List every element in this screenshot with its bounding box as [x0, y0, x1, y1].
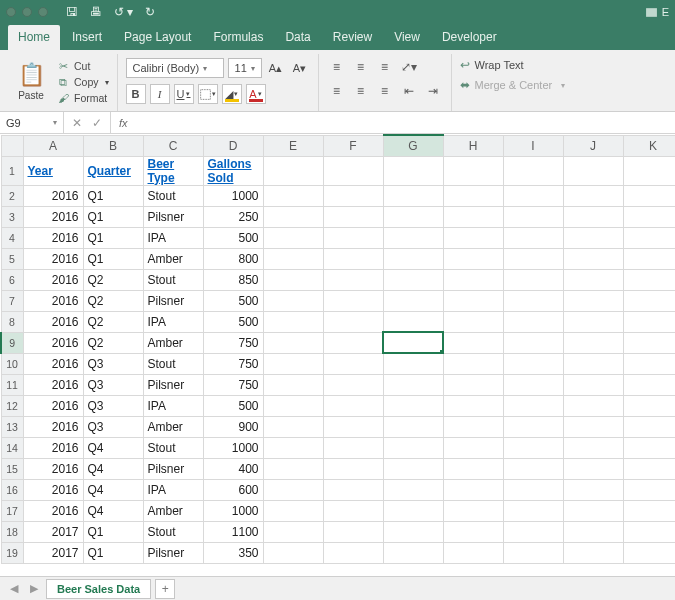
cell-E14[interactable]	[263, 437, 323, 458]
cell-H9[interactable]	[443, 332, 503, 353]
cell-B8[interactable]: Q2	[83, 311, 143, 332]
cell-J10[interactable]	[563, 353, 623, 374]
cell-K1[interactable]	[623, 156, 675, 185]
font-name-dropdown[interactable]: Calibri (Body)▾	[126, 58, 224, 78]
bold-button[interactable]: B	[126, 84, 146, 104]
cell-E13[interactable]	[263, 416, 323, 437]
cut-button[interactable]: ✂Cut	[56, 60, 109, 73]
decrease-font-button[interactable]: A▾	[290, 58, 310, 78]
cell-A5[interactable]: 2016	[23, 248, 83, 269]
cell-E15[interactable]	[263, 458, 323, 479]
cell-G17[interactable]	[383, 500, 443, 521]
enter-formula-icon[interactable]: ✓	[92, 116, 102, 130]
cell-A13[interactable]: 2016	[23, 416, 83, 437]
cell-I7[interactable]	[503, 290, 563, 311]
cell-G12[interactable]	[383, 395, 443, 416]
cell-K6[interactable]	[623, 269, 675, 290]
col-header-E[interactable]: E	[263, 135, 323, 156]
decrease-indent-button[interactable]: ⇤	[399, 82, 419, 100]
cell-K18[interactable]	[623, 521, 675, 542]
row-header-6[interactable]: 6	[1, 269, 23, 290]
cell-K12[interactable]	[623, 395, 675, 416]
col-header-D[interactable]: D	[203, 135, 263, 156]
cell-K8[interactable]	[623, 311, 675, 332]
cell-K11[interactable]	[623, 374, 675, 395]
cell-H19[interactable]	[443, 542, 503, 563]
cell-C16[interactable]: IPA	[143, 479, 203, 500]
cell-C7[interactable]: Pilsner	[143, 290, 203, 311]
cell-D17[interactable]: 1000	[203, 500, 263, 521]
cell-H2[interactable]	[443, 185, 503, 206]
cell-C12[interactable]: IPA	[143, 395, 203, 416]
cell-D11[interactable]: 750	[203, 374, 263, 395]
cell-K7[interactable]	[623, 290, 675, 311]
cell-G6[interactable]	[383, 269, 443, 290]
wrap-text-button[interactable]: ↩Wrap Text	[460, 58, 566, 72]
merge-center-button[interactable]: ⬌Merge & Center▾	[460, 78, 566, 92]
cell-G5[interactable]	[383, 248, 443, 269]
cell-C9[interactable]: Amber	[143, 332, 203, 353]
cell-C11[interactable]: Pilsner	[143, 374, 203, 395]
cell-I13[interactable]	[503, 416, 563, 437]
cell-I15[interactable]	[503, 458, 563, 479]
cell-H12[interactable]	[443, 395, 503, 416]
cell-D18[interactable]: 1100	[203, 521, 263, 542]
cell-B3[interactable]: Q1	[83, 206, 143, 227]
font-color-button[interactable]: A▾	[246, 84, 266, 104]
cell-C5[interactable]: Amber	[143, 248, 203, 269]
cell-E3[interactable]	[263, 206, 323, 227]
spreadsheet-grid[interactable]: ABCDEFGHIJK1YearQuarterBeer TypeGallons …	[0, 134, 675, 576]
cell-G2[interactable]	[383, 185, 443, 206]
row-header-13[interactable]: 13	[1, 416, 23, 437]
cell-K9[interactable]	[623, 332, 675, 353]
cell-I18[interactable]	[503, 521, 563, 542]
cell-D3[interactable]: 250	[203, 206, 263, 227]
orientation-button[interactable]: ⤢▾	[399, 58, 419, 76]
cell-H5[interactable]	[443, 248, 503, 269]
cell-C2[interactable]: Stout	[143, 185, 203, 206]
underline-button[interactable]: U▾	[174, 84, 194, 104]
cell-D15[interactable]: 400	[203, 458, 263, 479]
cell-G14[interactable]	[383, 437, 443, 458]
cell-B9[interactable]: Q2	[83, 332, 143, 353]
col-header-B[interactable]: B	[83, 135, 143, 156]
cell-H15[interactable]	[443, 458, 503, 479]
cell-B13[interactable]: Q3	[83, 416, 143, 437]
cell-H14[interactable]	[443, 437, 503, 458]
cell-J17[interactable]	[563, 500, 623, 521]
cell-E11[interactable]	[263, 374, 323, 395]
cell-D6[interactable]: 850	[203, 269, 263, 290]
redo-icon[interactable]: ↻	[145, 5, 155, 19]
cell-F11[interactable]	[323, 374, 383, 395]
cell-H1[interactable]	[443, 156, 503, 185]
cell-C13[interactable]: Amber	[143, 416, 203, 437]
row-header-10[interactable]: 10	[1, 353, 23, 374]
cell-J11[interactable]	[563, 374, 623, 395]
cell-B18[interactable]: Q1	[83, 521, 143, 542]
cell-F13[interactable]	[323, 416, 383, 437]
cell-I1[interactable]	[503, 156, 563, 185]
cell-A18[interactable]: 2017	[23, 521, 83, 542]
select-all-corner[interactable]	[1, 135, 23, 156]
cell-H11[interactable]	[443, 374, 503, 395]
tab-data[interactable]: Data	[275, 25, 320, 50]
cell-E2[interactable]	[263, 185, 323, 206]
cell-C4[interactable]: IPA	[143, 227, 203, 248]
cell-I5[interactable]	[503, 248, 563, 269]
align-top-button[interactable]: ≡	[327, 58, 347, 76]
cell-I6[interactable]	[503, 269, 563, 290]
cell-E7[interactable]	[263, 290, 323, 311]
cell-F1[interactable]	[323, 156, 383, 185]
align-right-button[interactable]: ≡	[375, 82, 395, 100]
name-box[interactable]: G9▾	[0, 112, 64, 133]
font-size-dropdown[interactable]: 11▾	[228, 58, 262, 78]
cell-K4[interactable]	[623, 227, 675, 248]
cell-H10[interactable]	[443, 353, 503, 374]
cell-I11[interactable]	[503, 374, 563, 395]
cell-J9[interactable]	[563, 332, 623, 353]
save-icon[interactable]: 🖫	[66, 5, 78, 19]
cell-K19[interactable]	[623, 542, 675, 563]
tab-formulas[interactable]: Formulas	[203, 25, 273, 50]
cell-A12[interactable]: 2016	[23, 395, 83, 416]
sheet-nav-first-icon[interactable]: ◀	[6, 582, 22, 595]
